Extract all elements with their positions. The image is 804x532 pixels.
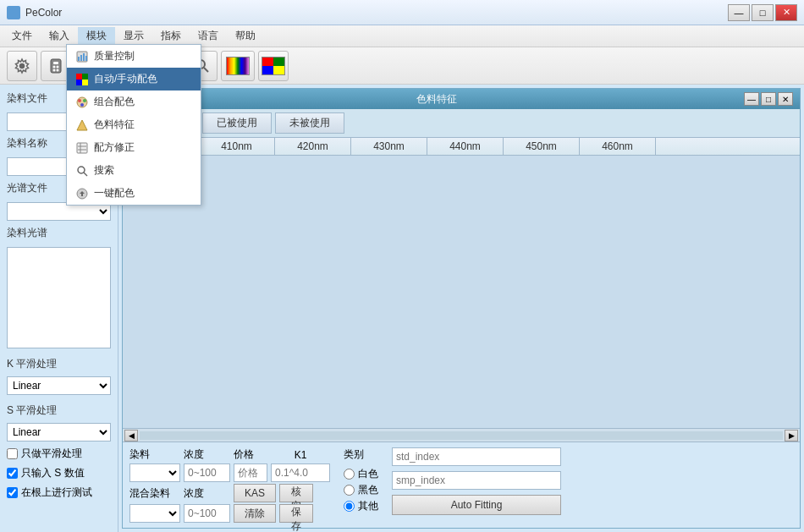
horizontal-scrollbar[interactable]: ◀ ▶ xyxy=(123,428,800,442)
dye-label-row: 染料 浓度 价格 K1 xyxy=(129,447,330,462)
auto-fitting-button[interactable]: Auto Fitting xyxy=(392,495,561,515)
dye-spectrum-area xyxy=(7,247,111,348)
svg-point-36 xyxy=(78,167,85,173)
menu-file[interactable]: 文件 xyxy=(3,27,41,46)
black-label: 黑色 xyxy=(358,483,378,497)
svg-point-4 xyxy=(57,65,59,68)
th-430nm: 430nm xyxy=(351,138,427,155)
close-button[interactable]: ✕ xyxy=(775,4,797,21)
only-smooth-checkbox[interactable] xyxy=(7,448,18,459)
white-radio-row[interactable]: 白色 xyxy=(344,467,378,481)
right-panel: 色料特征 — □ ✕ 全部使用 已被使用 未被使用 400nm 410nm 42… xyxy=(118,85,804,532)
th-450nm: 450nm xyxy=(504,138,580,155)
test-on-root-label: 在根上进行测试 xyxy=(21,485,92,500)
bottom-controls: 染料 浓度 价格 K1 混合染料 浓度 KAS xyxy=(123,442,800,528)
tab-unused[interactable]: 未被使用 xyxy=(275,112,344,134)
dropdown-formula[interactable]: 配方修正 xyxy=(67,136,201,159)
smp-index-input[interactable] xyxy=(392,471,561,490)
mixed-conc-input[interactable] xyxy=(184,504,230,523)
svg-rect-20 xyxy=(80,55,82,61)
dropdown-auto-manual-label: 自动/手动配色 xyxy=(94,72,157,86)
dropdown-combined[interactable]: 组合配色 xyxy=(67,90,201,113)
price-input[interactable] xyxy=(234,463,267,482)
dropdown-search[interactable]: 搜索 xyxy=(67,159,201,182)
dropdown-color-char[interactable]: 色料特征 xyxy=(67,113,201,136)
th-420nm: 420nm xyxy=(275,138,351,155)
dye-select[interactable] xyxy=(129,463,180,482)
k1-input[interactable] xyxy=(271,463,330,482)
module-dropdown-menu: 质量控制 自动/手动配色 组合配色 色料特征 配方修正 xyxy=(66,44,201,206)
gear-icon xyxy=(14,58,30,74)
one-key-icon xyxy=(75,187,89,200)
dropdown-quality-label: 质量控制 xyxy=(94,49,135,63)
test-on-root-checkbox[interactable] xyxy=(7,487,18,498)
svg-rect-2 xyxy=(53,62,58,64)
sub-maximize-btn[interactable]: □ xyxy=(761,92,776,106)
tab-used[interactable]: 已被使用 xyxy=(202,112,272,134)
dropdown-combined-label: 组合配色 xyxy=(94,95,135,109)
spectrum-icon xyxy=(226,57,250,75)
svg-rect-32 xyxy=(77,143,87,153)
svg-point-29 xyxy=(83,99,86,102)
test-on-root-checkbox-row[interactable]: 在根上进行测试 xyxy=(7,485,111,500)
verify-button[interactable]: 核实 xyxy=(279,484,313,502)
toolbar-settings-button[interactable] xyxy=(7,51,37,81)
sub-title-bar: 色料特征 — □ ✕ xyxy=(123,89,800,109)
scroll-left-btn[interactable]: ◀ xyxy=(124,430,138,442)
mixed-dye-select[interactable] xyxy=(129,504,180,523)
menu-language[interactable]: 语言 xyxy=(190,27,227,46)
app-title: PeColor xyxy=(25,7,728,19)
dropdown-one-key-label: 一键配色 xyxy=(94,186,135,200)
remote-icon xyxy=(47,58,64,74)
save-button[interactable]: 保存 xyxy=(279,504,313,523)
mixed-dye-label: 混合染料 xyxy=(129,486,180,501)
svg-rect-24 xyxy=(82,74,88,80)
dropdown-search-label: 搜索 xyxy=(94,163,114,178)
only-input-s-checkbox[interactable] xyxy=(7,468,18,479)
std-index-input[interactable] xyxy=(392,447,561,466)
category-radio-group: 白色 黑色 其他 xyxy=(344,467,378,513)
dropdown-auto-manual[interactable]: 自动/手动配色 xyxy=(67,68,201,90)
maximize-button[interactable]: □ xyxy=(752,4,774,21)
black-radio[interactable] xyxy=(344,485,355,496)
scroll-track[interactable] xyxy=(140,431,783,440)
kas-button[interactable]: KAS xyxy=(234,484,276,502)
menu-module[interactable]: 模块 xyxy=(78,27,115,46)
menu-help[interactable]: 帮助 xyxy=(227,27,264,46)
white-radio[interactable] xyxy=(344,469,355,480)
menu-input[interactable]: 输入 xyxy=(41,27,78,46)
concentration-input[interactable] xyxy=(184,463,230,482)
k-smooth-select[interactable]: Linear xyxy=(7,376,111,395)
only-smooth-checkbox-row[interactable]: 只做平滑处理 xyxy=(7,447,111,461)
svg-marker-31 xyxy=(77,120,87,130)
dropdown-one-key[interactable]: 一键配色 xyxy=(67,182,201,205)
other-radio-row[interactable]: 其他 xyxy=(344,499,378,513)
clear-button[interactable]: 清除 xyxy=(234,504,276,523)
dropdown-quality-control[interactable]: 质量控制 xyxy=(67,45,201,68)
quality-control-icon xyxy=(75,50,89,63)
dropdown-formula-label: 配方修正 xyxy=(94,140,135,155)
other-radio[interactable] xyxy=(344,501,355,512)
svg-point-0 xyxy=(19,63,25,69)
category-section: 类别 白色 黑色 其他 xyxy=(344,447,378,513)
black-radio-row[interactable]: 黑色 xyxy=(344,483,378,497)
sub-close-btn[interactable]: ✕ xyxy=(778,92,793,106)
toolbar-colorgrid-button[interactable] xyxy=(258,51,289,81)
svg-line-17 xyxy=(204,68,208,72)
only-input-s-checkbox-row[interactable]: 只输入 S 数值 xyxy=(7,466,111,480)
index-section: Auto Fitting xyxy=(392,447,561,515)
th-410nm: 410nm xyxy=(199,138,275,155)
minimize-button[interactable]: — xyxy=(728,4,750,21)
s-smooth-select[interactable]: Linear xyxy=(7,423,111,442)
svg-point-30 xyxy=(80,103,84,107)
menu-display[interactable]: 显示 xyxy=(115,27,152,46)
toolbar-spectrum-button[interactable] xyxy=(221,51,255,81)
only-smooth-label: 只做平滑处理 xyxy=(21,447,82,461)
sub-minimize-btn[interactable]: — xyxy=(744,92,759,106)
menu-index[interactable]: 指标 xyxy=(152,27,190,46)
scroll-right-btn[interactable]: ▶ xyxy=(785,430,798,442)
tabs-row: 全部使用 已被使用 未被使用 xyxy=(123,109,800,137)
k-smooth-label: K 平滑处理 xyxy=(7,357,111,371)
auto-manual-icon xyxy=(75,73,89,86)
title-controls: — □ ✕ xyxy=(728,4,797,21)
